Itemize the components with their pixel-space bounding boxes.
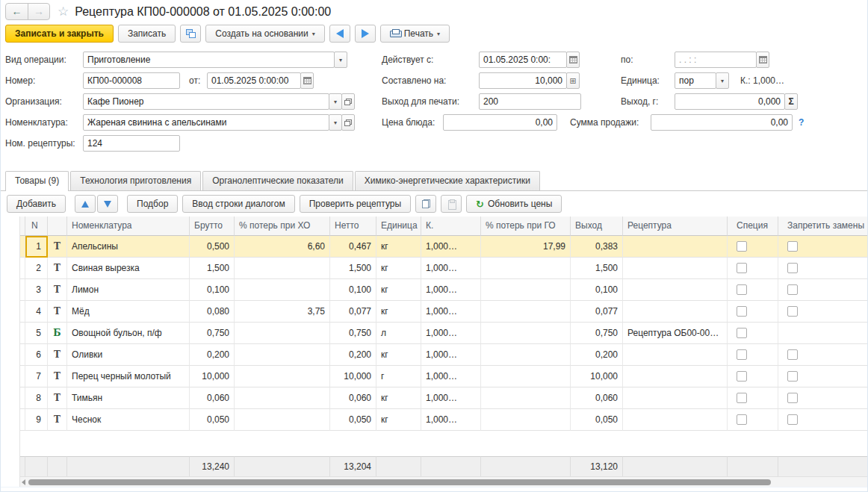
valid-to-field[interactable]: . . : : xyxy=(675,52,757,68)
cell-k[interactable]: 1,000… xyxy=(421,409,481,431)
cell-loss_cold[interactable] xyxy=(235,323,330,344)
cell-n[interactable]: 5 xyxy=(25,323,48,344)
cell-name[interactable]: Овощной бульон, п/ф xyxy=(67,323,190,344)
cell-n[interactable]: 4 xyxy=(25,301,48,323)
spice-checkbox[interactable] xyxy=(737,263,747,273)
operation-field[interactable]: Приготовление xyxy=(83,52,335,68)
cell-loss_cold[interactable] xyxy=(235,366,330,387)
header-loss-cold[interactable]: % потерь при ХО xyxy=(235,217,330,236)
recipe-number-field[interactable]: 124 xyxy=(83,135,180,152)
cell-k[interactable]: 1,000… xyxy=(421,344,481,366)
cell-recipe[interactable] xyxy=(623,387,728,409)
cell-name[interactable]: Мёд xyxy=(67,301,190,323)
cell-type[interactable]: Т xyxy=(48,301,67,323)
cell-net[interactable]: 0,077 xyxy=(330,301,376,323)
spice-checkbox[interactable] xyxy=(737,371,747,382)
cell-forbid[interactable] xyxy=(778,387,867,409)
save-and-close-button[interactable]: Записать и закрыть xyxy=(5,25,114,43)
save-button[interactable]: Записать xyxy=(118,25,176,43)
cell-net[interactable]: 0,200 xyxy=(330,344,376,366)
cell-loss_cold[interactable] xyxy=(235,344,330,366)
cell-spice[interactable] xyxy=(728,323,778,344)
cell-recipe[interactable]: Рецептура ОБ00-00… xyxy=(623,323,728,344)
back-button[interactable]: ← xyxy=(6,4,28,19)
cell-spice[interactable] xyxy=(728,387,778,409)
cell-spice[interactable] xyxy=(728,344,778,366)
cell-gross[interactable]: 0,080 xyxy=(190,301,235,323)
header-net[interactable]: Нетто xyxy=(330,217,376,236)
cell-name[interactable]: Чеснок xyxy=(67,409,190,431)
cell-recipe[interactable] xyxy=(623,366,728,387)
cell-loss_hot[interactable] xyxy=(481,409,571,431)
cell-loss_cold[interactable] xyxy=(235,409,330,431)
cell-gross[interactable]: 1,500 xyxy=(190,258,235,279)
cell-net[interactable]: 1,500 xyxy=(330,258,376,279)
header-output[interactable]: Выход xyxy=(571,217,623,236)
cell-n[interactable]: 6 xyxy=(25,344,48,366)
spice-checkbox[interactable] xyxy=(737,414,747,425)
header-spice[interactable]: Специя xyxy=(728,217,778,236)
sale-sum-field[interactable]: 0,00 xyxy=(651,114,793,131)
valid-from-field[interactable]: 01.05.2025 0:00: xyxy=(479,52,567,68)
tab-technology[interactable]: Технология приготовления xyxy=(70,171,201,190)
forbid-checkbox[interactable] xyxy=(787,306,798,317)
cell-loss_hot[interactable] xyxy=(481,301,571,323)
cell-output[interactable]: 1,500 xyxy=(571,258,623,279)
output-g-field[interactable]: 0,000 xyxy=(675,93,785,110)
operation-dropdown-button[interactable]: ▾ xyxy=(334,52,347,68)
nomenclature-open-button[interactable] xyxy=(341,114,355,131)
cell-spice[interactable] xyxy=(728,279,778,301)
pick-button[interactable]: Подбор xyxy=(127,195,178,213)
cell-name[interactable]: Перец черный молотый xyxy=(67,366,190,387)
valid-to-calendar-button[interactable] xyxy=(756,52,769,68)
cell-unit[interactable]: кг xyxy=(376,258,421,279)
cell-net[interactable]: 0,467 xyxy=(330,236,376,258)
previous-document-button[interactable] xyxy=(329,25,350,43)
cell-name[interactable]: Свиная вырезка xyxy=(67,258,190,279)
cell-gross[interactable]: 0,200 xyxy=(190,344,235,366)
horizontal-scrollbar[interactable] xyxy=(20,476,867,487)
cell-unit[interactable]: кг xyxy=(376,279,421,301)
row-dialog-button[interactable]: Ввод строки диалогом xyxy=(182,195,294,213)
cell-type[interactable]: Т xyxy=(48,344,67,366)
cell-recipe[interactable] xyxy=(623,279,728,301)
cell-net[interactable]: 10,000 xyxy=(330,366,376,387)
tab-goods[interactable]: Товары (9) xyxy=(5,171,69,191)
cell-spice[interactable] xyxy=(728,366,778,387)
cell-k[interactable]: 1,000… xyxy=(421,387,481,409)
next-document-button[interactable] xyxy=(355,25,376,43)
cell-gross[interactable]: 0,750 xyxy=(190,323,235,344)
create-on-basis-icon-button[interactable] xyxy=(180,25,201,43)
scroll-left-arrow-icon[interactable] xyxy=(22,479,25,485)
spice-checkbox[interactable] xyxy=(737,306,747,317)
tab-chemical-energy[interactable]: Химико-энергетические характеристики xyxy=(355,171,540,190)
cell-gross[interactable]: 0,100 xyxy=(190,279,235,301)
unit-coefficient-text[interactable]: К.: 1,000… xyxy=(740,72,784,89)
tab-organoleptic[interactable]: Органолептические показатели xyxy=(202,171,353,190)
cell-output[interactable]: 0,750 xyxy=(571,323,623,344)
move-row-down-button[interactable] xyxy=(97,195,118,213)
forbid-checkbox[interactable] xyxy=(787,349,798,360)
date-from-calendar-button[interactable] xyxy=(300,72,314,89)
sale-sum-help-icon[interactable]: ? xyxy=(799,114,804,131)
copy-row-button[interactable] xyxy=(415,195,436,213)
valid-from-calendar-button[interactable] xyxy=(566,52,580,68)
cell-output[interactable]: 10,000 xyxy=(571,366,623,387)
header-loss-hot[interactable]: % потерь при ГО xyxy=(481,217,571,236)
print-button[interactable]: Печать▾ xyxy=(380,25,450,43)
cell-name[interactable]: Лимон xyxy=(67,279,190,301)
cell-loss_cold[interactable]: 6,60 xyxy=(235,236,330,258)
create-on-basis-button[interactable]: Создать на основании▾ xyxy=(205,25,325,43)
cell-type[interactable]: Т xyxy=(48,409,67,431)
cell-forbid[interactable] xyxy=(778,258,867,279)
print-output-field[interactable]: 200 xyxy=(479,93,581,110)
cell-output[interactable]: 0,050 xyxy=(571,409,623,431)
cell-loss_hot[interactable] xyxy=(481,366,571,387)
favorite-star-icon[interactable]: ☆ xyxy=(58,4,69,19)
add-row-button[interactable]: Добавить xyxy=(7,195,66,213)
cell-forbid[interactable] xyxy=(778,301,867,323)
cell-k[interactable]: 1,000… xyxy=(421,258,481,279)
cell-gross[interactable]: 0,050 xyxy=(190,409,235,431)
update-prices-button[interactable]: ↻Обновить цены xyxy=(466,195,562,213)
cell-unit[interactable]: кг xyxy=(376,344,421,366)
